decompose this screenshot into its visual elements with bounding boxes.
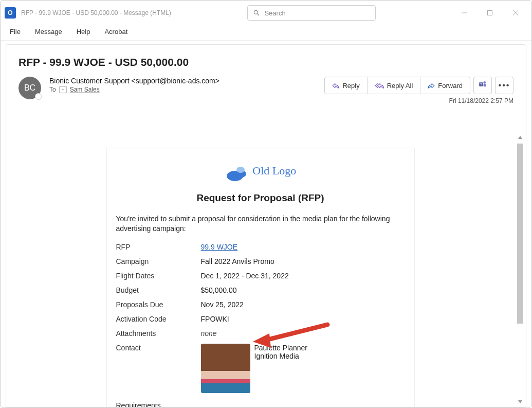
flight-value: Dec 1, 2022 - Dec 31, 2022 [201, 272, 289, 280]
svg-marker-15 [518, 136, 522, 139]
window-controls [452, 5, 529, 21]
contact-name: Paulette Planner [254, 344, 308, 352]
sender-avatar[interactable]: BC [19, 77, 41, 99]
outlook-app-icon: O [5, 7, 16, 19]
body-intro: You're invited to submit a proposal for … [116, 214, 405, 234]
presence-indicator [35, 93, 42, 100]
more-icon: ••• [499, 81, 510, 90]
menu-message[interactable]: Message [35, 28, 62, 36]
forward-icon [428, 82, 435, 88]
rfp-details: RFP 99.9 WJOE Campaign Fall 2022 Anvils … [116, 240, 405, 396]
rfp-link[interactable]: 99.9 WJOE [201, 243, 238, 251]
attachments-label: Attachments [116, 329, 201, 338]
svg-point-12 [236, 167, 245, 173]
avatar-initials: BC [24, 83, 35, 93]
minimize-button[interactable] [452, 5, 476, 21]
campaign-value: Fall 2022 Anvils Promo [201, 257, 274, 265]
flight-label: Flight Dates [116, 272, 201, 280]
scroll-down-button[interactable] [515, 397, 526, 407]
reply-actions-group: Reply Reply All Forward [324, 77, 470, 94]
to-label: To [49, 86, 56, 93]
teams-icon: T [478, 80, 487, 91]
recipient[interactable]: Sam Sales [70, 86, 100, 93]
share-to-teams-button[interactable]: T [473, 77, 492, 94]
budget-label: Budget [116, 286, 201, 294]
email-subject: RFP - 99.9 WJOE - USD 50,000.00 [19, 56, 513, 68]
contact-org: Ignition Media [254, 352, 308, 360]
vertical-scrollbar[interactable] [515, 132, 526, 407]
scroll-thumb[interactable] [517, 144, 523, 324]
scroll-track[interactable] [515, 143, 526, 397]
window-title: RFP - 99.9 WJOE - USD 50,000.00 - Messag… [21, 9, 171, 16]
attachments-value: none [201, 329, 217, 338]
sender-display: Bionic Customer Support <support@bionic-… [49, 77, 316, 85]
email-body-viewport: Old Logo Request for Proposal (RFP) You'… [6, 132, 526, 407]
menu-help[interactable]: Help [77, 28, 90, 36]
contact-avatar [201, 344, 250, 393]
reply-all-button[interactable]: Reply All [368, 77, 421, 94]
search-placeholder: Search [264, 9, 285, 17]
email-timestamp: Fri 11/18/2022 2:57 PM [324, 97, 513, 104]
svg-rect-3 [488, 11, 492, 15]
close-button[interactable] [504, 5, 527, 21]
svg-point-8 [484, 81, 486, 84]
maximize-button[interactable] [478, 5, 502, 21]
activation-code-value: FPOWKI [201, 315, 229, 323]
activation-code-label: Activation Code [116, 315, 201, 323]
svg-rect-9 [484, 84, 486, 87]
reply-button[interactable]: Reply [325, 77, 367, 94]
menu-file[interactable]: File [10, 28, 21, 36]
email-header: BC Bionic Customer Support <support@bion… [19, 77, 513, 104]
menu-bar: File Message Help Acrobat [1, 25, 531, 41]
title-bar: O RFP - 99.9 WJOE - USD 50,000.00 - Mess… [1, 1, 531, 25]
contact-label: Contact [116, 344, 201, 352]
svg-text:T: T [480, 83, 482, 86]
logo: Old Logo [116, 164, 405, 181]
svg-point-0 [254, 10, 258, 14]
svg-line-1 [258, 14, 260, 16]
svg-marker-16 [518, 400, 522, 403]
body-title: Request for Proposal (RFP) [116, 192, 405, 204]
reply-all-icon [375, 82, 384, 88]
expand-recipients-icon[interactable]: ＋ [59, 86, 67, 93]
due-value: Nov 25, 2022 [201, 300, 244, 309]
rfp-label: RFP [116, 243, 201, 251]
email-content-card: Old Logo Request for Proposal (RFP) You'… [106, 148, 415, 407]
more-actions-button[interactable]: ••• [495, 77, 513, 94]
message-surface: RFP - 99.9 WJOE - USD 50,000.00 BC Bioni… [6, 44, 526, 407]
campaign-label: Campaign [116, 257, 201, 265]
logo-text: Old Logo [252, 164, 296, 177]
budget-value: $50,000.00 [201, 286, 237, 294]
forward-button[interactable]: Forward [420, 77, 470, 94]
reply-icon [332, 82, 339, 88]
requirements-label: Requirements [116, 401, 405, 407]
search-icon [253, 9, 260, 16]
menu-acrobat[interactable]: Acrobat [104, 28, 127, 36]
scroll-up-button[interactable] [515, 132, 526, 143]
due-label: Proposals Due [116, 300, 201, 309]
search-input[interactable]: Search [247, 5, 376, 21]
